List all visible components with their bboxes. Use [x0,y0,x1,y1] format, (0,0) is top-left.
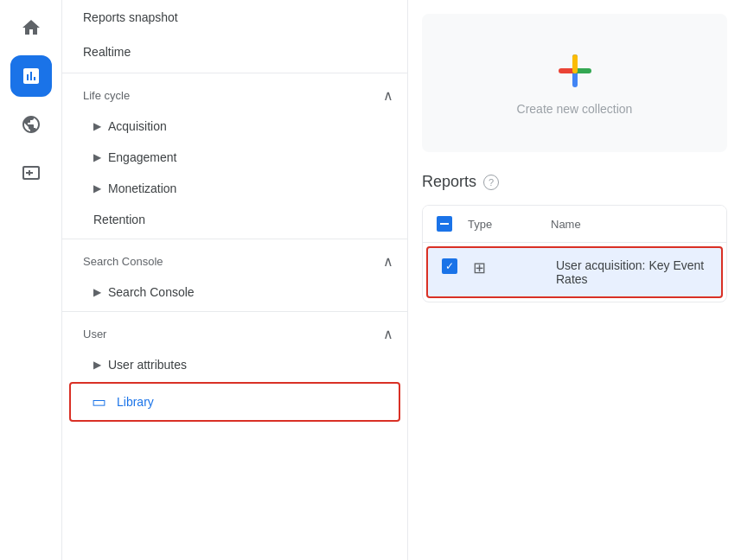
reports-nav-item[interactable] [10,55,52,97]
arrow-icon: ▶ [93,151,101,163]
table-row[interactable]: ⊞ User acquisition: Key Event Rates [426,246,723,298]
arrow-icon: ▶ [93,286,101,298]
user-chevron-icon: ∧ [383,326,393,342]
row-checkbox-col [442,258,459,274]
checkbox-checked[interactable] [442,258,457,274]
arrow-icon: ▶ [93,120,101,132]
table-header-row: Type Name [423,206,726,243]
section-lifecycle[interactable]: Life cycle ∧ [62,77,407,111]
sidebar-item-library[interactable]: ▭ Library [69,382,400,422]
table-type-icon: ⊞ [473,259,486,277]
row-type-col: ⊞ [473,258,542,277]
arrow-icon: ▶ [93,359,101,371]
create-collection-label: Create new collection [517,102,633,116]
home-nav-item[interactable] [10,7,52,48]
header-checkbox-col [437,216,454,232]
reports-table: Type Name ⊞ User acquisition: Key Event … [422,205,727,302]
sidebar-item-monetization[interactable]: ▶ Monetization [62,173,407,204]
sidebar-item-search-console[interactable]: ▶ Search Console [62,277,407,308]
row-name-label: User acquisition: Key Event Rates [556,258,704,286]
explore-nav-item[interactable] [10,104,52,145]
sidebar-item-reports-snapshot[interactable]: Reports snapshot [62,0,407,35]
google-plus-icon [554,50,596,92]
header-type-col: Type [468,217,537,231]
name-header-label: Name [551,218,581,231]
advertising-nav-item[interactable] [10,152,52,194]
sidebar-item-realtime[interactable]: Realtime [62,35,407,69]
reports-help-icon[interactable]: ? [483,175,499,190]
sidebar-item-acquisition[interactable]: ▶ Acquisition [62,111,407,142]
row-name-col: User acquisition: Key Event Rates [556,258,707,286]
sidebar: Reports snapshot Realtime Life cycle ∧ ▶… [62,0,408,560]
icon-rail [0,0,62,560]
section-user[interactable]: User ∧ [62,315,407,349]
reports-title: Reports [422,173,476,191]
library-icon: ▭ [92,392,106,411]
section-search-console[interactable]: Search Console ∧ [62,243,407,277]
sidebar-item-engagement[interactable]: ▶ Engagement [62,142,407,173]
divider-1 [62,73,407,73]
checkbox-minus[interactable] [437,216,452,232]
reports-section-header: Reports ? [422,173,727,191]
create-collection-card[interactable]: Create new collection [422,14,727,152]
divider-3 [62,311,407,312]
sidebar-item-user-attributes[interactable]: ▶ User attributes [62,349,407,380]
search-console-chevron-icon: ∧ [383,253,393,270]
main-content: Create new collection Reports ? Type Nam… [408,0,741,560]
lifecycle-chevron-icon: ∧ [383,87,393,104]
header-name-col: Name [551,217,712,231]
sidebar-item-retention[interactable]: Retention [62,204,407,235]
type-header-label: Type [468,218,492,231]
arrow-icon: ▶ [93,182,101,194]
divider-2 [62,239,407,239]
